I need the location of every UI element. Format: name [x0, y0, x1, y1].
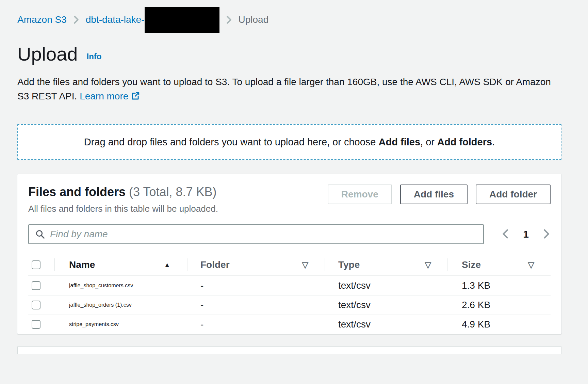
breadcrumb-amazon-s3-link[interactable]: Amazon S3: [17, 14, 67, 25]
table-row: jaffle_shop_customers.csv - text/csv 1.3…: [28, 276, 551, 295]
row-checkbox[interactable]: [32, 320, 40, 329]
breadcrumb-chevron-icon: [226, 15, 232, 24]
breadcrumb: Amazon S3 dbt-data-lake- Upload: [17, 7, 561, 33]
panel-count: (3 Total, 8.7 KB): [129, 185, 216, 199]
redacted-bucket-name: [145, 7, 219, 33]
file-folder: -: [187, 315, 325, 334]
sort-ascending-icon[interactable]: ▲: [164, 261, 170, 269]
file-type: text/csv: [325, 315, 447, 334]
pagination: 1: [484, 228, 551, 240]
file-size: 1.3 KB: [447, 276, 551, 295]
drag-and-drop-zone[interactable]: Drag and drop files and folders you want…: [17, 124, 561, 160]
files-table: Name ▲ Folder ▽ Type ▽ Size ▽ jaffl: [28, 254, 551, 334]
file-type: text/csv: [325, 295, 447, 315]
file-type: text/csv: [325, 276, 447, 295]
filter-icon[interactable]: ▽: [302, 260, 308, 270]
search-input[interactable]: [50, 229, 477, 240]
column-header-folder[interactable]: Folder ▽: [187, 254, 325, 275]
learn-more-link[interactable]: Learn more: [80, 91, 140, 101]
table-row: stripe_payments.csv - text/csv 4.9 KB: [28, 315, 551, 334]
add-folder-button[interactable]: Add folder: [476, 185, 551, 204]
previous-page-button[interactable]: [501, 229, 509, 240]
remove-button[interactable]: Remove: [328, 185, 392, 204]
file-name: jaffle_shop_customers.csv: [54, 276, 187, 295]
table-row: jaffle_shop_orders (1).csv - text/csv 2.…: [28, 295, 551, 315]
next-panel-top-edge: [17, 346, 561, 354]
breadcrumb-chevron-icon: [73, 15, 80, 24]
table-header-row: Name ▲ Folder ▽ Type ▽ Size ▽: [28, 254, 551, 276]
filter-icon[interactable]: ▽: [425, 260, 431, 270]
column-header-name[interactable]: Name ▲: [54, 254, 187, 275]
current-page-number[interactable]: 1: [523, 228, 529, 240]
next-page-button[interactable]: [542, 229, 551, 240]
chevron-right-icon: [542, 229, 551, 240]
row-checkbox[interactable]: [32, 281, 40, 290]
add-files-button[interactable]: Add files: [400, 185, 468, 204]
column-header-type[interactable]: Type ▽: [325, 254, 447, 275]
chevron-left-icon: [501, 229, 509, 240]
panel-title: Files and folders (3 Total, 8.7 KB): [28, 185, 218, 199]
search-box: [28, 224, 484, 244]
filter-icon[interactable]: ▽: [528, 260, 534, 270]
info-link[interactable]: Info: [86, 52, 101, 65]
file-name: stripe_payments.csv: [54, 315, 187, 334]
files-and-folders-panel: Files and folders (3 Total, 8.7 KB) All …: [17, 174, 561, 334]
page-description: Add the files and folders you want to up…: [17, 75, 561, 105]
search-icon: [35, 229, 45, 239]
column-header-size[interactable]: Size ▽: [447, 254, 551, 275]
file-folder: -: [187, 276, 325, 295]
breadcrumb-bucket-link[interactable]: dbt-data-lake-: [86, 14, 145, 25]
dropzone-text: Drag and drop files and folders you want…: [84, 137, 495, 148]
row-checkbox[interactable]: [32, 301, 40, 309]
page-title: Upload: [17, 43, 78, 65]
file-folder: -: [187, 295, 325, 315]
file-name: jaffle_shop_orders (1).csv: [54, 295, 187, 315]
file-size: 4.9 KB: [447, 315, 551, 334]
file-size: 2.6 KB: [447, 295, 551, 315]
select-all-checkbox[interactable]: [32, 260, 40, 269]
external-link-icon: [131, 90, 140, 105]
panel-subtitle: All files and folders in this table will…: [28, 204, 218, 214]
breadcrumb-current: Upload: [239, 14, 269, 25]
